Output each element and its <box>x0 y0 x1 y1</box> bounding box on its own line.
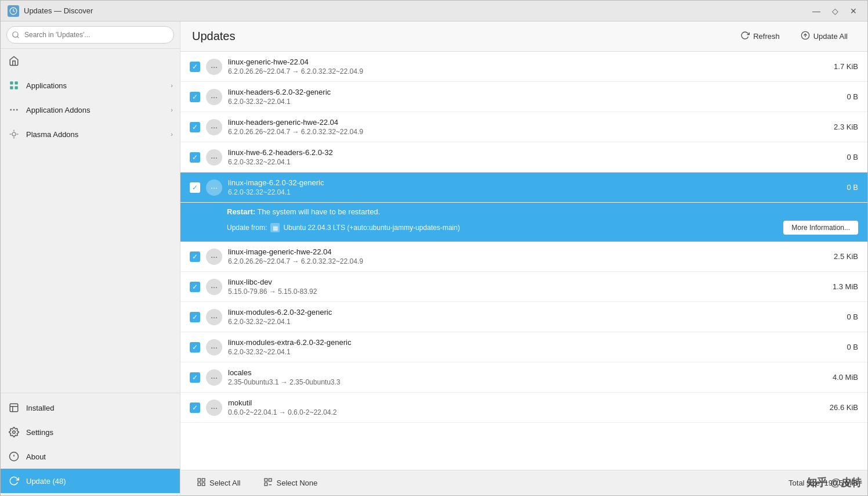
row-name-9: linux-modules-extra-6.2.0-32-generic <box>228 338 806 347</box>
row-version-9: 6.2.0-32.32~22.04.1 <box>228 348 806 356</box>
row-checkbox-1[interactable]: ✓ <box>190 62 200 72</box>
row-size-11: 26.6 KiB <box>812 403 858 412</box>
applications-arrow: › <box>171 82 173 89</box>
select-all-icon <box>197 477 206 488</box>
installed-icon <box>8 401 20 414</box>
row-info-5: linux-image-6.2.0-32-generic 6.2.0-32.32… <box>228 178 806 196</box>
row-checkbox-4[interactable]: ✓ <box>190 152 200 163</box>
row-more-button-6[interactable]: ··· <box>206 249 222 265</box>
row-info-4: linux-hwe-6.2-headers-6.2.0-32 6.2.0-32.… <box>228 148 806 166</box>
svg-rect-4 <box>15 87 18 89</box>
row-name-8: linux-modules-6.2.0-32-generic <box>228 308 806 317</box>
row-more-button-5[interactable]: ··· <box>206 179 222 196</box>
restore-button[interactable]: ◇ <box>828 4 842 18</box>
row-more-button-8[interactable]: ··· <box>206 309 222 325</box>
svg-rect-25 <box>202 483 205 486</box>
update-all-icon <box>801 31 810 42</box>
select-all-button[interactable]: Select All <box>190 475 247 491</box>
sidebar-bottom: Installed Settings About <box>1 393 180 495</box>
main-window: Updates — Discover — ◇ ✕ <box>0 0 868 496</box>
close-button[interactable]: ✕ <box>847 4 860 18</box>
row-more-button-11[interactable]: ··· <box>206 400 222 416</box>
more-information-button[interactable]: More Information... <box>783 221 858 235</box>
row-name-5: linux-image-6.2.0-32-generic <box>228 178 806 187</box>
row-size-10: 4.0 MiB <box>812 373 858 382</box>
row-checkbox-10[interactable]: ✓ <box>190 372 200 383</box>
about-label: About <box>26 452 173 461</box>
row-more-button-3[interactable]: ··· <box>206 119 222 135</box>
row-checkbox-7[interactable]: ✓ <box>190 282 200 292</box>
select-none-label: Select None <box>276 479 317 487</box>
search-input[interactable] <box>6 26 174 44</box>
svg-rect-3 <box>10 87 13 89</box>
table-row: ✓ ··· linux-hwe-6.2-headers-6.2.0-32 6.2… <box>180 142 867 172</box>
row-checkbox-5[interactable]: ✓ <box>190 182 200 193</box>
plasma-addons-label: Plasma Addons <box>26 130 165 139</box>
update-from-row: Update from: ▦ Ubuntu 22.04.3 LTS (+auto… <box>227 221 858 235</box>
application-addons-icon <box>8 103 20 116</box>
table-row: ✓ ··· linux-headers-6.2.0-32-generic 6.2… <box>180 82 867 112</box>
sidebar-item-about[interactable]: About <box>1 444 180 469</box>
sidebar-item-update[interactable]: Update (48) <box>1 469 180 493</box>
row-info-2: linux-headers-6.2.0-32-generic 6.2.0-32.… <box>228 88 806 106</box>
row-more-button-1[interactable]: ··· <box>206 59 222 75</box>
update-detail-panel: Restart: The system will have to be rest… <box>180 203 867 242</box>
titlebar-controls: — ◇ ✕ <box>809 4 860 18</box>
table-row: ✓ ··· linux-headers-generic-hwe-22.04 6.… <box>180 112 867 142</box>
row-checkbox-6[interactable]: ✓ <box>190 251 200 262</box>
sidebar-item-home[interactable] <box>1 49 180 73</box>
row-checkbox-3[interactable]: ✓ <box>190 122 200 132</box>
table-row: ✓ ··· linux-modules-extra-6.2.0-32-gener… <box>180 332 867 362</box>
row-size-5: 0 B <box>812 183 858 192</box>
footer-left: Select All Select None <box>190 475 324 491</box>
row-more-button-4[interactable]: ··· <box>206 149 222 166</box>
main-layout: Applications › Application Addons › <box>1 21 867 495</box>
sidebar-item-applications[interactable]: Applications › <box>1 73 180 98</box>
svg-rect-22 <box>198 479 201 481</box>
titlebar: Updates — Discover — ◇ ✕ <box>1 1 867 21</box>
settings-icon <box>8 426 20 439</box>
minimize-button[interactable]: — <box>809 4 823 18</box>
restart-text: The system will have to be restarted. <box>258 207 381 216</box>
updates-list: ✓ ··· linux-generic-hwe-22.04 6.2.0.26.2… <box>180 52 867 470</box>
row-size-3: 2.3 KiB <box>812 123 858 131</box>
select-none-icon <box>263 477 273 488</box>
update-from-text: Update from: <box>227 224 267 232</box>
select-none-button[interactable]: Select None <box>256 475 324 491</box>
row-more-button-7[interactable]: ··· <box>206 279 222 295</box>
sidebar-item-installed[interactable]: Installed <box>1 396 180 420</box>
row-info-10: locales 2.35-0ubuntu3.1 → 2.35-0ubuntu3.… <box>228 368 806 386</box>
svg-point-5 <box>10 109 12 111</box>
refresh-button[interactable]: Refresh <box>732 27 788 46</box>
row-info-8: linux-modules-6.2.0-32-generic 6.2.0-32.… <box>228 308 806 326</box>
row-checkbox-2[interactable]: ✓ <box>190 92 200 102</box>
sidebar-item-settings[interactable]: Settings <box>1 420 180 444</box>
row-checkbox-11[interactable]: ✓ <box>190 402 200 413</box>
row-more-button-2[interactable]: ··· <box>206 89 222 105</box>
svg-rect-27 <box>269 479 272 481</box>
svg-rect-1 <box>10 81 13 84</box>
svg-point-6 <box>13 109 15 111</box>
row-version-1: 6.2.0.26.26~22.04.7 → 6.2.0.32.32~22.04.… <box>228 67 806 76</box>
svg-rect-26 <box>265 479 267 481</box>
sidebar-item-application-addons[interactable]: Application Addons › <box>1 98 180 122</box>
update-label: Update (48) <box>26 477 173 486</box>
row-version-10: 2.35-0ubuntu3.1 → 2.35-0ubuntu3.3 <box>228 378 806 386</box>
row-more-button-10[interactable]: ··· <box>206 369 222 386</box>
search-bar <box>1 21 180 49</box>
table-row: ✓ ··· linux-image-generic-hwe-22.04 6.2.… <box>180 242 867 272</box>
update-source: Ubuntu 22.04.3 LTS (+auto:ubuntu-jammy-u… <box>283 224 460 232</box>
update-all-button[interactable]: Update All <box>793 27 856 46</box>
row-more-button-9[interactable]: ··· <box>206 339 222 355</box>
titlebar-left: Updates — Discover <box>8 5 93 17</box>
sidebar-item-plasma-addons[interactable]: Plasma Addons › <box>1 122 180 146</box>
row-name-11: mokutil <box>228 398 806 407</box>
row-size-6: 2.5 KiB <box>812 252 858 261</box>
row-version-11: 0.6.0-2~22.04.1 → 0.6.0-2~22.04.2 <box>228 408 806 416</box>
row-checkbox-9[interactable]: ✓ <box>190 342 200 353</box>
row-name-10: locales <box>228 368 806 377</box>
svg-rect-28 <box>265 483 267 486</box>
row-version-3: 6.2.0.26.26~22.04.7 → 6.2.0.32.32~22.04.… <box>228 128 806 136</box>
svg-rect-24 <box>198 483 201 486</box>
row-checkbox-8[interactable]: ✓ <box>190 312 200 322</box>
